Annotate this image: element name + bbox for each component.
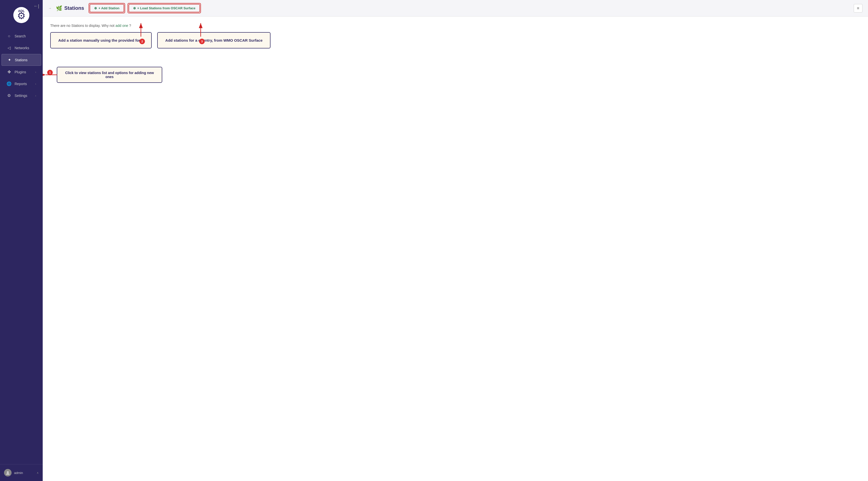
load-stations-label: + Load Stations from OSCAR Surface <box>137 6 196 10</box>
load-stations-frame: ⊕ + Load Stations from OSCAR Surface <box>128 3 201 13</box>
svg-point-0 <box>7 471 9 473</box>
header-bar: → 🌿 Stations ⊕ + Add Station ⊕ + Load St… <box>43 0 868 17</box>
add-station-button[interactable]: ⊕ + Add Station <box>90 4 124 12</box>
add-station-label: + Add Station <box>98 6 120 10</box>
sidebar-item-search[interactable]: ○ Search <box>1 31 41 42</box>
badge-1: 1 <box>47 70 53 75</box>
callout-label: Click to view stations list and options … <box>65 71 154 79</box>
filter-button[interactable]: ≡ <box>854 4 863 12</box>
load-oscar-card-label: Add stations for a country, from WMO OSC… <box>165 38 262 42</box>
add-station-card[interactable]: Add a station manually using the provide… <box>50 32 152 49</box>
plugins-icon: ✤ <box>6 69 11 74</box>
header-right: ≡ <box>854 4 863 12</box>
settings-icon: ⚙ <box>6 93 11 98</box>
add-one-link[interactable]: add one <box>116 24 128 28</box>
no-stations-message: There are no Stations to display. Why no… <box>50 24 861 28</box>
sidebar-item-label: Settings <box>14 94 32 98</box>
breadcrumb-arrow: → <box>48 6 52 10</box>
reports-icon: 🌐 <box>6 81 11 86</box>
annotation-1: 1 <box>47 70 53 75</box>
add-link-suffix: ? <box>129 24 131 28</box>
main-area: → 🌿 Stations ⊕ + Add Station ⊕ + Load St… <box>43 0 868 481</box>
plus-icon: ⊕ <box>133 6 136 10</box>
chevron-right-icon: › <box>35 70 36 73</box>
sidebar-item-reports[interactable]: 🌐 Reports › <box>1 78 41 89</box>
search-icon: ○ <box>6 34 11 38</box>
sidebar-item-plugins[interactable]: ✤ Plugins › <box>1 66 41 77</box>
sidebar: ←| ADL ⚙ ○ Search ◁ Networks ✦ Stations … <box>0 0 43 481</box>
sidebar-item-settings[interactable]: ⚙ Settings › <box>1 90 41 101</box>
no-stations-text: There are no Stations to display. Why no… <box>50 24 115 28</box>
stations-callout-box: Click to view stations list and options … <box>57 67 162 83</box>
add-station-card-label: Add a station manually using the provide… <box>58 38 144 42</box>
load-oscar-card[interactable]: Add stations for a country, from WMO OSC… <box>157 32 271 49</box>
sidebar-footer[interactable]: admin ∧ <box>0 464 43 481</box>
sidebar-collapse-button[interactable]: ←| <box>33 3 39 9</box>
sidebar-item-label: Stations <box>15 58 36 62</box>
page-title: 🌿 Stations <box>56 5 84 11</box>
networks-icon: ◁ <box>6 45 11 50</box>
sidebar-item-label: Networks <box>14 46 36 50</box>
admin-username: admin <box>14 471 34 475</box>
action-cards: Add a station manually using the provide… <box>50 32 861 49</box>
sidebar-item-label: Reports <box>14 82 32 86</box>
sidebar-item-label: Search <box>14 34 36 38</box>
load-stations-button[interactable]: ⊕ + Load Stations from OSCAR Surface <box>129 4 200 12</box>
chevron-up-icon: ∧ <box>37 471 39 475</box>
stations-icon: ✦ <box>7 58 12 62</box>
logo-text: ADL <box>18 9 25 13</box>
logo-circle: ADL ⚙ <box>13 7 29 23</box>
sidebar-item-networks[interactable]: ◁ Networks <box>1 42 41 54</box>
content-area: There are no Stations to display. Why no… <box>43 17 868 481</box>
breadcrumb: → <box>48 6 52 10</box>
filter-icon: ≡ <box>857 6 859 10</box>
sidebar-item-stations[interactable]: ✦ Stations <box>1 54 41 66</box>
header-buttons: ⊕ + Add Station ⊕ + Load Stations from O… <box>89 3 201 13</box>
callout-arrow-left <box>44 72 58 78</box>
chevron-right-icon: › <box>35 82 36 85</box>
add-station-frame: ⊕ + Add Station <box>89 3 125 13</box>
sidebar-item-label: Plugins <box>14 70 32 74</box>
plus-icon: ⊕ <box>94 6 97 10</box>
avatar <box>4 469 11 477</box>
sidebar-nav: ○ Search ◁ Networks ✦ Stations ✤ Plugins… <box>0 28 43 464</box>
stations-callout-wrapper: Click to view stations list and options … <box>57 67 162 83</box>
chevron-right-icon: › <box>35 94 36 97</box>
page-title-text: Stations <box>64 5 84 11</box>
stations-page-icon: 🌿 <box>56 5 62 11</box>
annotation-arrows <box>43 17 868 92</box>
